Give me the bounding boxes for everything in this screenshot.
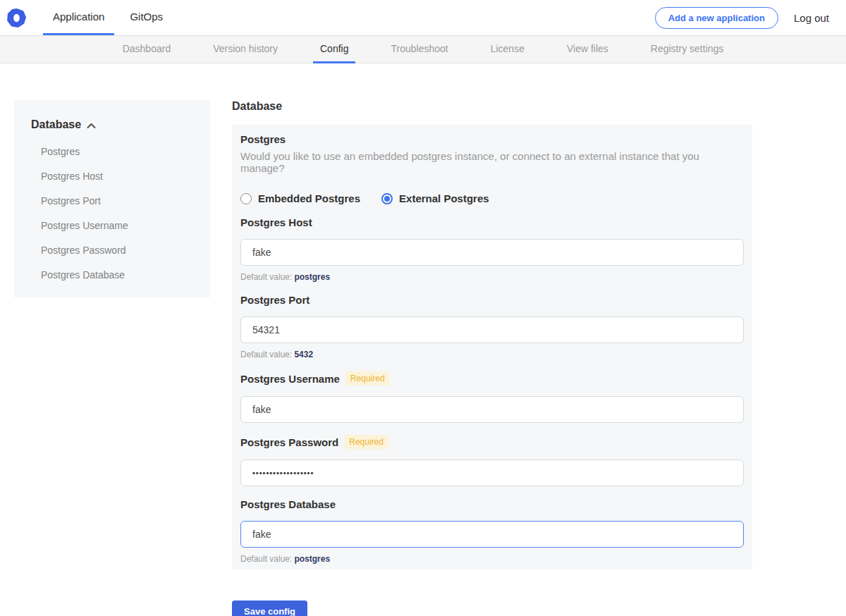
group-title: Postgres [240, 133, 744, 145]
field-label-row: Postgres Username Required [240, 371, 744, 386]
radio-external-postgres[interactable]: External Postgres [381, 192, 489, 204]
radio-unselected-icon [240, 193, 252, 204]
page-title: Database [232, 100, 752, 113]
sidebar-item-postgres-port[interactable]: Postgres Port [31, 189, 193, 214]
subnav-troubleshoot[interactable]: Troubleshoot [384, 36, 455, 63]
field-label-row: Postgres Database [240, 498, 744, 510]
field-label: Postgres Database [240, 498, 336, 510]
content-area: Database Postgres Postgres Host Postgres… [0, 63, 846, 616]
sidebar-group-database[interactable]: Database [31, 118, 193, 131]
helper-label: Default value: [240, 350, 292, 359]
field-label-row: Postgres Password Required [240, 435, 744, 449]
helper-value: postgres [294, 554, 330, 564]
radio-selected-icon [381, 193, 393, 204]
sidebar-item-postgres-password[interactable]: Postgres Password [31, 238, 193, 263]
postgres-host-input[interactable] [240, 239, 744, 266]
subnav-config[interactable]: Config [313, 36, 355, 63]
field-label: Postgres Port [240, 294, 309, 306]
field-label: Postgres Host [240, 216, 312, 228]
postgres-type-radio-group: Embedded Postgres External Postgres [240, 192, 744, 204]
save-row: Save config [232, 600, 752, 616]
header-right: Add a new application Log out [655, 0, 846, 35]
default-value-helper: Default value:5432 [240, 350, 744, 359]
field-label-row: Postgres Host [240, 216, 744, 228]
required-badge: Required [345, 371, 390, 386]
postgres-username-input[interactable] [240, 396, 744, 423]
tab-application[interactable]: Application [43, 0, 114, 35]
field-label: Postgres Password [240, 436, 338, 448]
radio-label: Embedded Postgres [258, 192, 360, 204]
top-tabs: Application GitOps [40, 0, 176, 35]
subnav-license[interactable]: License [484, 36, 532, 63]
helper-value: postgres [294, 272, 330, 282]
app-logo[interactable] [7, 0, 26, 35]
config-group-card: Postgres Would you like to use an embedd… [232, 125, 752, 569]
subnav-registry-settings[interactable]: Registry settings [644, 36, 730, 63]
top-header: Application GitOps Add a new application… [0, 0, 846, 35]
field-label: Postgres Username [240, 373, 340, 385]
subnav-view-files[interactable]: View files [560, 36, 615, 63]
sidebar-item-list: Postgres Postgres Host Postgres Port Pos… [31, 140, 193, 288]
helper-value: 5432 [294, 350, 313, 359]
sidebar-group-label: Database [31, 118, 81, 131]
field-label-row: Postgres Port [240, 294, 744, 306]
add-new-application-button[interactable]: Add a new application [655, 7, 778, 29]
default-value-helper: Default value:postgres [240, 554, 744, 564]
field-postgres-database: Postgres Database Default value:postgres [240, 498, 744, 564]
chevron-up-icon [87, 123, 96, 129]
postgres-port-input[interactable] [240, 316, 744, 343]
radio-label: External Postgres [399, 192, 489, 204]
helper-label: Default value: [240, 554, 292, 564]
field-postgres-username: Postgres Username Required [240, 371, 744, 423]
sidebar-item-postgres-database[interactable]: Postgres Database [31, 263, 193, 288]
subnav-dashboard[interactable]: Dashboard [116, 36, 178, 63]
config-sidebar: Database Postgres Postgres Host Postgres… [14, 100, 210, 297]
save-config-button[interactable]: Save config [232, 600, 307, 616]
app-subnav: Dashboard Version history Config Trouble… [0, 35, 846, 63]
field-postgres-port: Postgres Port Default value:5432 [240, 294, 744, 359]
log-out-link[interactable]: Log out [794, 12, 829, 24]
helper-label: Default value: [240, 272, 292, 282]
config-main: Database Postgres Would you like to use … [232, 100, 752, 616]
postgres-password-input[interactable] [240, 460, 744, 486]
kots-logo-icon [7, 8, 26, 27]
tab-gitops[interactable]: GitOps [120, 0, 173, 35]
required-badge: Required [344, 435, 388, 449]
sidebar-item-postgres[interactable]: Postgres [31, 140, 193, 164]
field-postgres-host: Postgres Host Default value:postgres [240, 216, 744, 282]
radio-embedded-postgres[interactable]: Embedded Postgres [240, 192, 360, 204]
sidebar-item-postgres-host[interactable]: Postgres Host [31, 164, 193, 189]
default-value-helper: Default value:postgres [240, 272, 744, 282]
subnav-version-history[interactable]: Version history [206, 36, 285, 63]
sidebar-item-postgres-username[interactable]: Postgres Username [31, 214, 193, 238]
field-postgres-password: Postgres Password Required [240, 435, 744, 486]
group-description: Would you like to use an embedded postgr… [240, 150, 744, 174]
postgres-database-input[interactable] [240, 521, 744, 548]
